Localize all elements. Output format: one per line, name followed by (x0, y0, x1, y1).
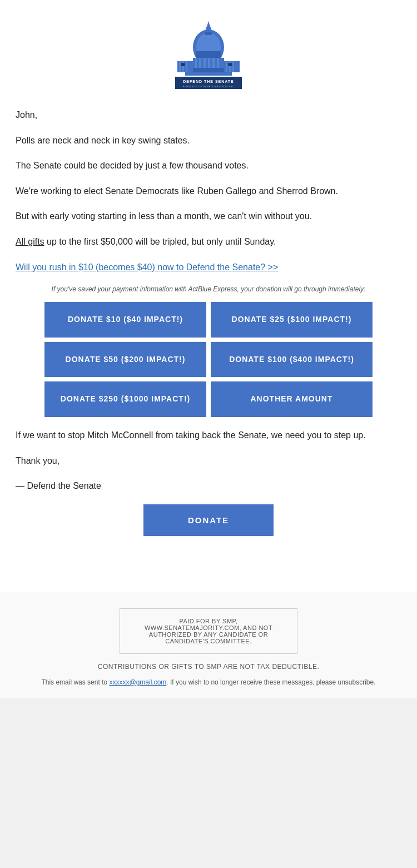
donate-btn-250[interactable]: DONATE $250 ($1000 IMPACT!) (44, 381, 206, 417)
footer: PAID FOR BY SMP, WWW.SENATEMAJORITY.COM,… (0, 592, 417, 698)
legal-box: PAID FOR BY SMP, WWW.SENATEMAJORITY.COM,… (120, 608, 297, 654)
donate-btn-other[interactable]: ANOTHER AMOUNT (211, 381, 373, 417)
email-note: This email was sent to xxxxxx@gmail.com.… (16, 677, 401, 687)
main-donate-button[interactable]: DONATE (143, 504, 274, 536)
para-working: We're working to elect Senate Democrats … (16, 184, 401, 199)
svg-rect-19 (179, 61, 181, 72)
main-donate-wrap: DONATE (16, 504, 401, 536)
actblue-note: If you've saved your payment information… (16, 285, 401, 293)
svg-rect-10 (208, 58, 210, 68)
para-gifts: All gifts up to the first $50,000 will b… (16, 235, 401, 249)
donate-buttons-grid: DONATE $10 ($40 IMPACT!) DONATE $25 ($10… (44, 302, 373, 417)
legal-text: PAID FOR BY SMP, WWW.SENATEMAJORITY.COM,… (145, 618, 272, 644)
email-body: John, Polls are neck and neck in key swi… (0, 102, 417, 569)
svg-rect-21 (186, 61, 187, 72)
logo-svg: DEFEND THE SENATE A PROJECT OF SENATE MA… (164, 17, 253, 89)
para-mitch: If we want to stop Mitch McConnell from … (16, 428, 401, 443)
cta-link-para: Will you rush in $10 (becomes $40) now t… (16, 260, 401, 275)
svg-rect-5 (196, 51, 221, 58)
email-address[interactable]: xxxxxx@gmail.com (109, 678, 166, 686)
svg-rect-26 (181, 63, 185, 66)
para-early-voting: But with early voting starting in less t… (16, 209, 401, 224)
donate-btn-25[interactable]: DONATE $25 ($100 IMPACT!) (211, 302, 373, 338)
email-note-prefix: This email was sent to (41, 678, 109, 686)
para-polls: Polls are neck and neck in key swing sta… (16, 133, 401, 148)
email-note-suffix: . If you wish to no longer receive these… (166, 678, 375, 686)
svg-rect-3 (205, 32, 212, 35)
greeting: John, (16, 108, 401, 122)
svg-text:DEFEND THE SENATE: DEFEND THE SENATE (183, 80, 234, 83)
svg-rect-25 (232, 61, 234, 72)
tax-note: CONTRIBUTIONS OR GIFTS TO SMP ARE NOT TA… (16, 663, 401, 671)
svg-rect-8 (199, 58, 201, 68)
svg-rect-9 (203, 58, 206, 68)
svg-rect-27 (228, 63, 232, 66)
donate-btn-10[interactable]: DONATE $10 ($40 IMPACT!) (44, 302, 206, 338)
svg-rect-14 (185, 72, 232, 76)
svg-rect-20 (182, 61, 184, 72)
para-thankyou: Thank you, (16, 454, 401, 468)
svg-rect-12 (217, 58, 219, 68)
svg-rect-24 (229, 61, 231, 72)
spacer (0, 569, 417, 592)
svg-rect-7 (195, 58, 197, 68)
para-signature: — Defend the Senate (16, 479, 401, 493)
logo-container: DEFEND THE SENATE A PROJECT OF SENATE MA… (164, 17, 253, 89)
donate-btn-50[interactable]: DONATE $50 ($200 IMPACT!) (44, 342, 206, 378)
email-wrapper: DEFEND THE SENATE A PROJECT OF SENATE MA… (0, 0, 417, 698)
gifts-suffix: up to the first $50,000 will be tripled,… (47, 237, 276, 246)
svg-rect-11 (212, 58, 215, 68)
para-senate: The Senate could be decided by just a fe… (16, 158, 401, 173)
cta-link[interactable]: Will you rush in $10 (becomes $40) now t… (16, 262, 278, 272)
all-gifts-text: All gifts (16, 237, 44, 246)
svg-text:A PROJECT OF SENATE MAJORITY P: A PROJECT OF SENATE MAJORITY PAC (183, 85, 234, 88)
donate-btn-100[interactable]: DONATE $100 ($400 IMPACT!) (211, 342, 373, 378)
svg-rect-13 (188, 68, 229, 72)
svg-marker-4 (207, 21, 210, 27)
svg-rect-23 (226, 61, 227, 72)
email-header: DEFEND THE SENATE A PROJECT OF SENATE MA… (0, 0, 417, 102)
